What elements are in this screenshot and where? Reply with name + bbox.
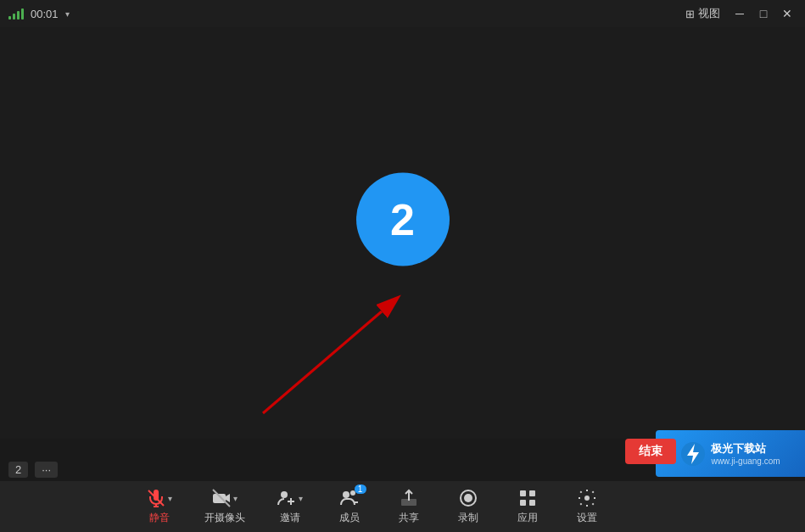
call-timer: 00:01 (31, 8, 59, 20)
svg-rect-21 (529, 490, 535, 496)
close-button[interactable]: ✕ (778, 4, 797, 23)
record-button[interactable]: 录制 (439, 483, 498, 530)
participant-count-badge: 2 (8, 462, 28, 478)
status-bar: 2 ··· (0, 458, 66, 481)
minimize-button[interactable]: ─ (730, 4, 749, 23)
invite-label: 邀请 (280, 511, 300, 525)
svg-marker-9 (226, 494, 230, 502)
settings-label: 设置 (577, 511, 597, 525)
invite-icon: ▾ (277, 488, 303, 508)
watermark-brand: 极光下载站 (711, 441, 780, 456)
mute-icon: ▾ (146, 488, 172, 508)
title-bar-left: 00:01 ▾ (8, 8, 70, 20)
maximize-button[interactable]: □ (754, 4, 773, 23)
end-call-button[interactable]: 结束 (625, 439, 676, 464)
apps-button[interactable]: 应用 (498, 483, 557, 530)
camera-dropdown-arrow[interactable]: ▾ (233, 494, 238, 503)
watermark: 极光下载站 www.ji-guang.com (656, 430, 805, 477)
share-label: 共享 (399, 511, 419, 525)
camera-icon: ▾ (211, 488, 238, 508)
invite-dropdown-arrow[interactable]: ▾ (299, 494, 303, 503)
svg-point-24 (584, 496, 590, 501)
share-button[interactable]: 共享 (379, 483, 439, 530)
settings-icon (577, 488, 597, 508)
camera-button[interactable]: ▾ 开摄像头 (189, 483, 260, 530)
members-label: 成员 (339, 511, 360, 525)
record-icon (458, 488, 478, 508)
members-badge: 1 (355, 484, 366, 494)
toolbar: ▾ 静音 ▾ 开摄像头 ▾ 邀请 (0, 481, 805, 532)
title-bar-right: ⊞ 视图 ─ □ ✕ (680, 4, 797, 23)
svg-point-14 (343, 491, 349, 498)
view-grid-icon: ⊞ (685, 8, 695, 20)
settings-button[interactable]: 设置 (557, 483, 617, 530)
members-icon: 1 (339, 488, 360, 508)
main-video-area: 2 (0, 27, 805, 439)
members-button[interactable]: 1 成员 (320, 483, 379, 530)
apps-icon (517, 488, 538, 508)
svg-point-18 (464, 494, 472, 502)
mute-button[interactable]: ▾ 静音 (130, 483, 189, 530)
title-bar: 00:01 ▾ ⊞ 视图 ─ □ ✕ (0, 0, 805, 27)
watermark-logo: 极光下载站 www.ji-guang.com (680, 441, 780, 467)
svg-rect-20 (520, 490, 526, 496)
mute-label: 静音 (149, 511, 170, 525)
watermark-logo-icon (680, 441, 706, 467)
view-button[interactable]: ⊞ 视图 (680, 4, 725, 23)
camera-label: 开摄像头 (204, 511, 245, 525)
apps-label: 应用 (517, 511, 538, 525)
record-label: 录制 (458, 511, 478, 525)
svg-rect-22 (520, 500, 526, 506)
mute-dropdown-arrow[interactable]: ▾ (168, 494, 172, 503)
svg-rect-23 (529, 500, 535, 506)
more-options-badge[interactable]: ··· (35, 462, 58, 478)
participant-avatar: 2 (356, 172, 450, 266)
watermark-url: www.ji-guang.com (711, 456, 780, 466)
invite-button[interactable]: ▾ 邀请 (260, 483, 320, 530)
title-dropdown-icon[interactable]: ▾ (65, 9, 70, 19)
watermark-inner: 极光下载站 www.ji-guang.com (680, 441, 780, 467)
signal-icon (8, 8, 24, 20)
share-icon (399, 488, 419, 508)
svg-point-11 (281, 491, 288, 498)
